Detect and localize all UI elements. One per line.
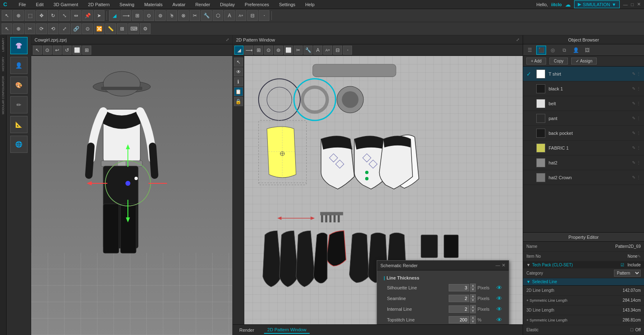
menu-2d-pattern[interactable]: 2D Pattern bbox=[86, 1, 111, 8]
obj-item-tshirt[interactable]: ✓ T shirt ✎ ⋮ bbox=[523, 67, 644, 81]
pattern-canvas[interactable]: Schematic Render — ✕ Line Thickness bbox=[244, 56, 523, 324]
pt-tool-3[interactable]: ⊞ bbox=[254, 46, 263, 55]
obj-tab-figure[interactable]: 👤 bbox=[571, 46, 581, 55]
tool-select-box[interactable]: ⬚ bbox=[25, 10, 35, 21]
lib-item-edit[interactable]: ✏ bbox=[10, 96, 28, 113]
internal-up[interactable]: ▲ bbox=[470, 305, 476, 309]
tool-scale[interactable]: ⤡ bbox=[59, 10, 70, 21]
tool-rotate[interactable]: ↻ bbox=[48, 10, 58, 21]
menu-help[interactable]: Help bbox=[303, 1, 316, 8]
seamline-up[interactable]: ▲ bbox=[470, 294, 476, 298]
pt-tool-1[interactable]: ◢ bbox=[234, 46, 243, 55]
vp-tool-4[interactable]: ↺ bbox=[63, 46, 72, 55]
vp-tool-6[interactable]: ⊞ bbox=[82, 46, 91, 55]
pant-more[interactable]: ⋮ bbox=[637, 116, 641, 120]
lib-item-pattern[interactable]: 📐 bbox=[10, 116, 28, 133]
dialog-minimize[interactable]: — bbox=[496, 263, 500, 268]
black1-more[interactable]: ⋮ bbox=[637, 86, 641, 91]
hat2-more[interactable]: ⋮ bbox=[637, 160, 641, 165]
menu-settings[interactable]: Settings bbox=[277, 1, 297, 8]
tool2-5[interactable]: ⟲ bbox=[48, 23, 58, 34]
tool-2d-4[interactable]: ⊙ bbox=[144, 10, 154, 21]
tool2-7[interactable]: 🔗 bbox=[71, 23, 81, 34]
internal-down[interactable]: ▼ bbox=[470, 309, 476, 313]
menu-materials[interactable]: Materials bbox=[143, 1, 164, 8]
backpocket-more[interactable]: ⋮ bbox=[637, 131, 641, 135]
menu-render[interactable]: Render bbox=[194, 1, 212, 8]
obj-item-fabric1[interactable]: ✓ FABRIC 1 ✎ ⋮ bbox=[523, 141, 644, 155]
plt-1[interactable]: ↖ bbox=[234, 58, 243, 67]
tool-2d-11[interactable]: A bbox=[224, 10, 235, 21]
tool-2d-3[interactable]: ⊞ bbox=[132, 10, 143, 21]
silhouette-input[interactable] bbox=[449, 284, 469, 291]
prop-itemno-edit[interactable]: ✎ bbox=[637, 254, 641, 259]
tool-pin[interactable]: 📌 bbox=[82, 10, 93, 21]
black1-edit[interactable]: ✎ bbox=[632, 86, 635, 91]
prop-category-select[interactable]: Pattern Garment bbox=[614, 270, 641, 277]
menu-file[interactable]: File bbox=[17, 1, 28, 8]
pt-tool-11[interactable]: ⊟ bbox=[333, 46, 342, 55]
pt-tool-6[interactable]: ⬜ bbox=[284, 46, 293, 55]
tool-select[interactable]: ↖ bbox=[2, 10, 12, 21]
lib-item-web[interactable]: 🌐 bbox=[10, 136, 28, 153]
seamline-down[interactable]: ▼ bbox=[470, 298, 476, 303]
pt-tool-10[interactable]: A+ bbox=[323, 46, 332, 55]
seamline-eye[interactable]: 👁 bbox=[496, 295, 502, 302]
tool2-12[interactable]: ⌨ bbox=[128, 23, 139, 34]
assign-button[interactable]: ✓ Assign bbox=[571, 58, 597, 65]
tshirt-more[interactable]: ⋮ bbox=[637, 72, 641, 76]
pt-tool-8[interactable]: 🔧 bbox=[303, 46, 313, 55]
tool-2d-8[interactable]: ✂ bbox=[190, 10, 200, 21]
obj-tab-sphere[interactable]: ◎ bbox=[548, 46, 558, 55]
tshirt-edit[interactable]: ✎ bbox=[632, 72, 635, 76]
silhouette-down[interactable]: ▼ bbox=[470, 288, 476, 292]
internal-eye[interactable]: 👁 bbox=[496, 306, 502, 312]
menu-avatar[interactable]: Avatar bbox=[171, 1, 187, 8]
hat2-edit[interactable]: ✎ bbox=[632, 160, 635, 165]
hat2crown-edit[interactable]: ✎ bbox=[632, 175, 635, 180]
pt-tool-12[interactable]: ⬝ bbox=[343, 46, 352, 55]
vp-tool-2[interactable]: ⊙ bbox=[43, 46, 52, 55]
menu-edit[interactable]: Edit bbox=[34, 1, 45, 8]
tool-2d-10[interactable]: ⬡ bbox=[213, 10, 223, 21]
topstitch-up[interactable]: ▲ bbox=[470, 316, 476, 320]
topstitch-eye[interactable]: 👁 bbox=[496, 317, 502, 323]
belt-edit[interactable]: ✎ bbox=[632, 101, 635, 106]
tool-mirror[interactable]: ⇔ bbox=[71, 10, 81, 21]
lib-item-fabric[interactable]: 🎨 bbox=[10, 76, 28, 94]
left-panel-expand[interactable]: ⤢ bbox=[226, 37, 229, 42]
viewport-3d[interactable] bbox=[31, 56, 232, 335]
window-max[interactable]: □ bbox=[631, 2, 634, 7]
pt-tool-5[interactable]: ⊚ bbox=[274, 46, 283, 55]
plt-4[interactable]: 📋 bbox=[234, 87, 243, 96]
hat2crown-more[interactable]: ⋮ bbox=[637, 175, 641, 180]
silhouette-eye[interactable]: 👁 bbox=[496, 284, 502, 291]
internal-input[interactable] bbox=[449, 305, 469, 313]
lib-item-avatar[interactable]: 👤 bbox=[10, 57, 28, 74]
tool-add[interactable]: ⊕ bbox=[13, 10, 24, 21]
tool2-11[interactable]: ⊞ bbox=[117, 23, 127, 34]
menu-display[interactable]: Display bbox=[218, 1, 236, 8]
obj-item-hat2[interactable]: ✓ hat2 ✎ ⋮ bbox=[523, 155, 644, 170]
tool2-2[interactable]: ⊕ bbox=[13, 23, 24, 34]
obj-item-hat2crown[interactable]: ✓ hat2 Crown ✎ ⋮ bbox=[523, 170, 644, 185]
plt-3[interactable]: ℹ bbox=[234, 77, 243, 86]
pt-tool-9[interactable]: A bbox=[313, 46, 322, 55]
window-min[interactable]: — bbox=[623, 2, 628, 7]
bottom-tab-render[interactable]: Render bbox=[236, 327, 257, 333]
tool-2d-14[interactable]: ⬝ bbox=[259, 10, 269, 21]
obj-tab-layers[interactable]: ⧉ bbox=[559, 46, 569, 55]
plt-5[interactable]: 🔒 bbox=[234, 97, 243, 106]
add-button[interactable]: + Add bbox=[526, 58, 546, 65]
dialog-close[interactable]: ✕ bbox=[502, 263, 505, 268]
tool-move[interactable]: ✥ bbox=[36, 10, 47, 21]
copy-button[interactable]: Copy bbox=[549, 58, 568, 65]
tool-2d-2[interactable]: ⟶ bbox=[120, 10, 131, 21]
pt-tool-7[interactable]: ✂ bbox=[294, 46, 303, 55]
tool-cursor[interactable]: ➤ bbox=[94, 10, 104, 21]
pt-tool-2[interactable]: ⟶ bbox=[244, 46, 253, 55]
lib-item-garment[interactable]: 👚 bbox=[10, 37, 28, 54]
vp-tool-1[interactable]: ↖ bbox=[33, 46, 42, 55]
plt-2[interactable]: 👁 bbox=[234, 67, 243, 76]
tool-2d-6[interactable]: 🖱 bbox=[167, 10, 177, 21]
